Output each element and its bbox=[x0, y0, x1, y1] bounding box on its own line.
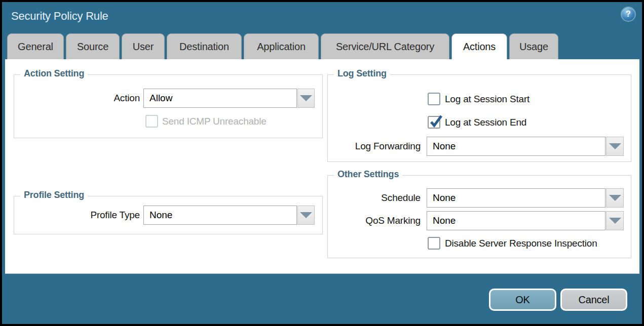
profile-type-value: None bbox=[149, 210, 172, 221]
dsri-label[interactable]: Disable Server Response Inspection bbox=[445, 237, 597, 250]
tab-destination[interactable]: Destination bbox=[167, 33, 242, 59]
tab-label: Actions bbox=[463, 41, 496, 53]
chevron-down-icon bbox=[609, 143, 621, 149]
schedule-dropdown[interactable]: None bbox=[427, 188, 605, 208]
dialog-title: Security Policy Rule bbox=[11, 10, 108, 23]
tab-bar: General Source User Destination Applicat… bbox=[7, 33, 558, 59]
group-legend: Action Setting bbox=[20, 68, 88, 79]
log-forwarding-dropdown-button[interactable] bbox=[606, 137, 624, 156]
tab-usage[interactable]: Usage bbox=[509, 33, 558, 59]
log-session-start-label[interactable]: Log at Session Start bbox=[445, 93, 529, 105]
chevron-down-icon bbox=[300, 212, 312, 218]
help-icon[interactable]: ? bbox=[622, 8, 635, 21]
action-dropdown-button[interactable] bbox=[297, 89, 315, 108]
tab-user[interactable]: User bbox=[122, 33, 165, 59]
log-session-start-checkbox[interactable] bbox=[428, 93, 440, 105]
send-icmp-label: Send ICMP Unreachable bbox=[162, 115, 267, 128]
log-forwarding-value: None bbox=[433, 141, 456, 152]
action-label: Action bbox=[35, 89, 140, 108]
action-value: Allow bbox=[149, 93, 172, 104]
log-session-end-label[interactable]: Log at Session End bbox=[445, 116, 526, 129]
chevron-down-icon bbox=[300, 95, 312, 101]
qos-marking-label: QoS Marking bbox=[314, 211, 421, 230]
group-legend: Profile Setting bbox=[20, 190, 88, 200]
ok-button[interactable]: OK bbox=[489, 289, 556, 311]
profile-type-dropdown-button[interactable] bbox=[297, 206, 315, 225]
tab-source[interactable]: Source bbox=[66, 33, 120, 59]
group-legend: Other Settings bbox=[334, 169, 402, 180]
log-forwarding-label: Log Forwarding bbox=[314, 137, 421, 156]
profile-type-label: Profile Type bbox=[35, 206, 140, 225]
cancel-button[interactable]: Cancel bbox=[560, 289, 627, 311]
schedule-label: Schedule bbox=[314, 188, 421, 208]
tab-label: User bbox=[133, 41, 154, 53]
tab-label: Usage bbox=[519, 41, 548, 53]
tab-label: General bbox=[18, 41, 53, 53]
tab-label: Service/URL Category bbox=[336, 41, 434, 53]
tab-general[interactable]: General bbox=[7, 33, 64, 59]
tab-label: Application bbox=[257, 41, 306, 53]
schedule-dropdown-button[interactable] bbox=[606, 188, 624, 208]
chevron-down-icon bbox=[609, 218, 621, 224]
log-forwarding-dropdown[interactable]: None bbox=[427, 137, 605, 156]
group-legend: Log Setting bbox=[334, 68, 390, 79]
profile-type-dropdown[interactable]: None bbox=[143, 206, 297, 225]
chevron-down-icon bbox=[609, 195, 621, 201]
qos-marking-value: None bbox=[433, 215, 456, 226]
dsri-checkbox[interactable] bbox=[428, 237, 440, 250]
tab-label: Destination bbox=[179, 41, 229, 53]
qos-marking-dropdown[interactable]: None bbox=[427, 211, 605, 230]
tab-label: Source bbox=[77, 41, 108, 53]
tab-application[interactable]: Application bbox=[244, 33, 319, 59]
qos-marking-dropdown-button[interactable] bbox=[606, 211, 624, 230]
action-dropdown[interactable]: Allow bbox=[143, 89, 297, 108]
schedule-value: None bbox=[433, 192, 456, 203]
actions-tab-panel: Action Setting Action Allow Send ICMP Un… bbox=[5, 59, 639, 274]
tab-actions[interactable]: Actions bbox=[451, 33, 507, 59]
send-icmp-checkbox bbox=[145, 115, 158, 128]
log-session-end-checkbox[interactable] bbox=[428, 116, 440, 129]
tab-service-url-category[interactable]: Service/URL Category bbox=[321, 33, 449, 59]
